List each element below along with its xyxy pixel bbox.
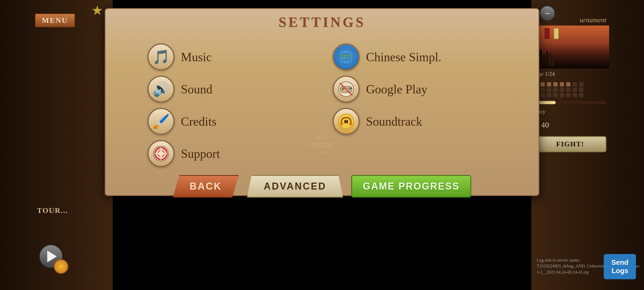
chinese-label: Chinese Simpl. <box>366 50 441 64</box>
svg-rect-20 <box>345 120 346 123</box>
settings-panel: SETTINGS 🎵 Music <box>105 8 539 196</box>
music-icon: 🎵 <box>152 49 170 65</box>
globe-icon <box>338 48 355 66</box>
advanced-button[interactable]: ADVANCED <box>247 175 343 198</box>
settings-item-chinese[interactable]: Chinese Simpl. <box>333 44 496 70</box>
svg-point-5 <box>341 54 345 57</box>
tournament-label: TOUR... <box>37 206 68 215</box>
svg-point-7 <box>346 57 350 60</box>
support-label: Support <box>181 147 220 161</box>
headphone-icon <box>338 113 355 130</box>
lifering-icon <box>152 145 170 162</box>
battle-scene <box>531 26 609 68</box>
star-icon: ★ <box>91 3 103 18</box>
svg-rect-21 <box>346 120 348 123</box>
difficulty-label: Easy <box>531 105 609 118</box>
credits-icon-circle: 🖌️ <box>148 108 174 135</box>
music-label: Music <box>181 50 212 64</box>
play-triangle-icon <box>47 251 57 262</box>
menu-bar[interactable]: MENU <box>35 13 75 27</box>
score-value: 40 <box>541 120 549 129</box>
send-logs-button[interactable]: Send Logs <box>604 254 636 279</box>
brush-icon: 🖌️ <box>152 113 170 130</box>
settings-item-support[interactable]: Support <box>148 140 311 167</box>
soundtrack-label: Soundtrack <box>366 114 422 129</box>
credits-label: Credits <box>181 114 217 129</box>
back-button[interactable]: BACK <box>173 175 239 198</box>
game-progress-button[interactable]: GAME PROGRESS <box>351 175 471 198</box>
sound-icon: 🔊 <box>152 81 170 97</box>
log-text: Log sent to server, name: T1619224903_de… <box>537 257 606 275</box>
stage-grid <box>531 79 609 100</box>
settings-item-credits[interactable]: 🖌️ Credits <box>148 108 311 135</box>
score-row: 40 <box>531 118 609 132</box>
menu-label: MENU <box>42 16 68 24</box>
headphone-icon-circle <box>333 108 360 135</box>
settings-item-google-play[interactable]: Google Play <box>333 76 496 103</box>
sound-label: Sound <box>181 82 213 96</box>
google-play-label: Google Play <box>366 82 427 96</box>
svg-rect-18 <box>340 122 343 125</box>
svg-point-6 <box>347 54 350 57</box>
coin-icon <box>54 259 68 274</box>
svg-rect-19 <box>349 122 352 125</box>
settings-item-soundtrack[interactable]: Soundtrack <box>333 108 496 135</box>
settings-grid: 🎵 Music Chi <box>148 44 496 167</box>
fight-button[interactable]: FIGHT! <box>534 136 606 152</box>
settings-item-music[interactable]: 🎵 Music <box>148 44 311 70</box>
globe-icon-circle <box>333 44 360 70</box>
music-icon-circle: 🎵 <box>148 44 174 70</box>
empty-slot <box>333 140 496 167</box>
gamepad-icon <box>338 81 355 98</box>
settings-buttons: BACK ADVANCED GAME PROGRESS <box>173 175 471 198</box>
sound-icon-circle: 🔊 <box>148 76 174 103</box>
settings-item-sound[interactable]: 🔊 Sound <box>148 76 311 103</box>
settings-title: SETTINGS <box>279 14 365 30</box>
svg-point-14 <box>349 89 351 90</box>
right-panel-title: urnament <box>580 16 606 24</box>
svg-rect-11 <box>342 87 343 90</box>
support-icon-circle <box>148 140 174 167</box>
gamepad-icon-circle <box>333 76 360 103</box>
